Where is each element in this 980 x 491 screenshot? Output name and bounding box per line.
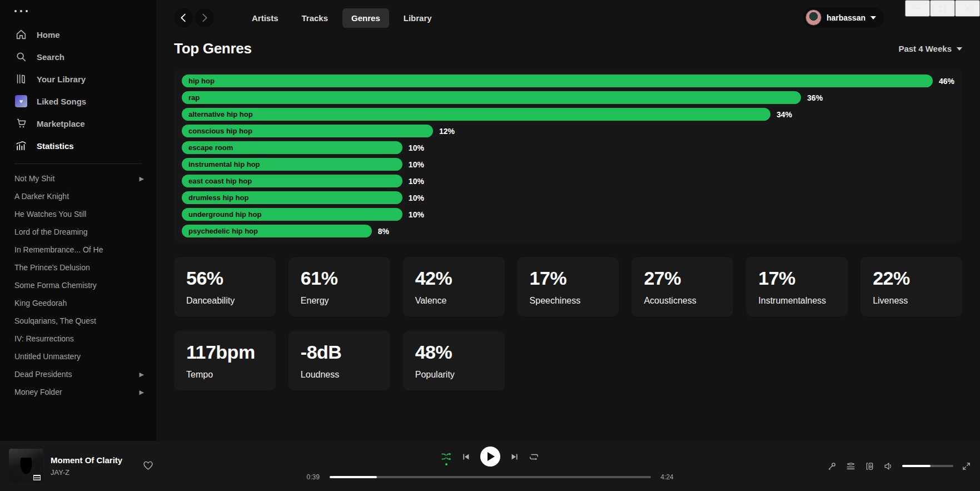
playlist-item[interactable]: In Remembrance... Of He xyxy=(0,241,156,259)
genre-label: alternative hip hop xyxy=(188,110,253,118)
sidebar-item-statistics[interactable]: Statistics xyxy=(0,135,156,157)
stat-value: 56% xyxy=(186,267,276,289)
playlist-item[interactable]: King Geedorah xyxy=(0,294,156,312)
volume-icon[interactable] xyxy=(883,461,894,472)
queue-icon[interactable] xyxy=(845,461,856,472)
genre-bar[interactable]: escape room xyxy=(182,141,402,154)
nav-forward-button[interactable] xyxy=(195,8,214,27)
sidebar-playlists: Not My Shit▶A Darker KnightHe Watches Yo… xyxy=(0,170,156,401)
sidebar-item-label: Search xyxy=(37,52,64,62)
lyrics-mic-icon[interactable] xyxy=(827,461,837,472)
playlist-item[interactable]: He Watches You Still xyxy=(0,205,156,223)
genre-value-label: 10% xyxy=(409,194,424,202)
playlist-item[interactable]: Dead Presidents▶ xyxy=(0,365,156,383)
playlist-label: Untitled Unmastery xyxy=(14,352,81,361)
genre-bar[interactable]: east coast hip hop xyxy=(182,175,402,187)
track-title[interactable]: Moment Of Clarity xyxy=(51,455,122,465)
genre-value-label: 10% xyxy=(409,143,424,152)
player-bar: Moment Of Clarity JAY-Z 0:39 xyxy=(0,441,980,491)
genre-bar[interactable]: drumless hip hop xyxy=(182,191,402,204)
stat-card-danceability: 56%Danceability xyxy=(174,257,276,316)
chevron-right-icon: ▶ xyxy=(140,175,144,182)
volume-slider[interactable] xyxy=(902,465,953,467)
previous-button[interactable] xyxy=(461,452,471,462)
stat-card-acousticness: 27%Acousticness xyxy=(631,257,733,316)
next-button[interactable] xyxy=(510,452,519,462)
playlist-label: IV: Resurrections xyxy=(14,334,74,343)
playlist-label: Not My Shit xyxy=(14,174,54,183)
track-artist[interactable]: JAY-Z xyxy=(51,468,122,477)
playlist-item[interactable]: IV: Resurrections xyxy=(0,330,156,348)
shuffle-button[interactable] xyxy=(441,451,452,462)
stat-card-speechiness: 17%Speechiness xyxy=(518,257,619,316)
playlist-item[interactable]: Some Forma Chemistry xyxy=(0,276,156,294)
play-icon xyxy=(487,452,495,461)
playlist-item[interactable]: Untitled Unmastery xyxy=(0,348,156,365)
playlist-item[interactable]: Lord of the Dreaming xyxy=(0,223,156,241)
fullscreen-icon[interactable] xyxy=(962,462,971,471)
sidebar-item-liked-songs[interactable]: ♥Liked Songs xyxy=(0,90,156,112)
now-playing: Moment Of Clarity JAY-Z xyxy=(9,449,154,483)
playlist-label: Dead Presidents xyxy=(14,370,72,379)
genre-label: rap xyxy=(188,93,200,102)
genre-bar[interactable]: rap xyxy=(182,91,801,104)
genre-value-label: 10% xyxy=(409,210,424,219)
genre-bar[interactable]: hip hop xyxy=(182,75,933,87)
stat-card-popularity: 48%Popularity xyxy=(403,331,505,390)
playlist-item[interactable]: A Darker Knight xyxy=(0,187,156,205)
playlist-item[interactable]: Not My Shit▶ xyxy=(0,170,156,187)
tab-tracks[interactable]: Tracks xyxy=(293,8,337,28)
sidebar-item-marketplace[interactable]: Marketplace xyxy=(0,112,156,135)
genre-bar[interactable]: conscious hip hop xyxy=(182,125,433,137)
genre-label: psychedelic hip hop xyxy=(188,227,258,235)
user-menu[interactable]: harbassan xyxy=(803,7,884,28)
page-header: Top Genres Past 4 Weeks xyxy=(174,40,962,57)
nav-back-button[interactable] xyxy=(174,8,193,27)
chevron-right-icon: ▶ xyxy=(140,371,144,378)
playlist-item[interactable]: The Prince's Delusion xyxy=(0,259,156,276)
genre-label: conscious hip hop xyxy=(188,127,252,135)
user-name: harbassan xyxy=(827,13,865,22)
genre-bar[interactable]: underground hip hop xyxy=(182,208,402,221)
app-menu-icon[interactable] xyxy=(0,0,156,12)
sidebar-item-your-library[interactable]: Your Library xyxy=(0,68,156,90)
tab-library[interactable]: Library xyxy=(395,8,441,28)
progress-fill xyxy=(330,476,377,478)
genre-bar[interactable]: psychedelic hip hop xyxy=(182,225,372,237)
window-minimize-button[interactable] xyxy=(905,0,930,17)
playlist-item[interactable]: Money Folder▶ xyxy=(0,383,156,401)
stat-card-energy: 61%Energy xyxy=(288,257,390,316)
repeat-button[interactable] xyxy=(529,452,539,462)
playlist-label: Soulqarians, The Quest xyxy=(14,316,96,325)
sidebar-item-label: Liked Songs xyxy=(37,97,86,106)
volume-fill xyxy=(902,465,931,467)
stat-value: 22% xyxy=(873,267,962,289)
sidebar-item-label: Statistics xyxy=(37,141,74,151)
liked-songs-icon: ♥ xyxy=(14,95,28,108)
genre-bar-row: psychedelic hip hop8% xyxy=(182,225,954,237)
genre-value-label: 8% xyxy=(378,227,389,236)
sidebar-item-home[interactable]: Home xyxy=(0,23,156,46)
time-range-dropdown[interactable]: Past 4 Weeks xyxy=(898,44,962,53)
genre-bar[interactable]: instrumental hip hop xyxy=(182,158,402,171)
tab-artists[interactable]: Artists xyxy=(243,8,287,28)
connect-device-icon[interactable] xyxy=(864,461,875,472)
window-close-button[interactable] xyxy=(955,0,980,17)
sidebar-item-label: Marketplace xyxy=(37,119,85,128)
stat-card-valence: 42%Valence xyxy=(403,257,505,316)
progress-bar[interactable] xyxy=(330,476,651,478)
playlist-item[interactable]: Soulqarians, The Quest xyxy=(0,312,156,330)
play-button[interactable] xyxy=(480,447,500,467)
like-button[interactable] xyxy=(142,459,154,473)
player-right-controls xyxy=(827,461,971,472)
genre-bar[interactable]: alternative hip hop xyxy=(182,108,770,121)
genre-bar-chart: hip hop46%rap36%alternative hip hop34%co… xyxy=(174,70,962,242)
chevron-right-icon: ▶ xyxy=(140,389,144,396)
stat-card-liveness: 22%Liveness xyxy=(860,257,962,316)
tab-genres[interactable]: Genres xyxy=(342,8,389,28)
sidebar-item-label: Home xyxy=(37,30,60,39)
window-maximize-button[interactable] xyxy=(930,0,955,17)
album-art[interactable] xyxy=(9,449,43,483)
stat-card-instrumentalness: 17%Instrumentalness xyxy=(746,257,848,316)
sidebar-item-search[interactable]: Search xyxy=(0,46,156,68)
